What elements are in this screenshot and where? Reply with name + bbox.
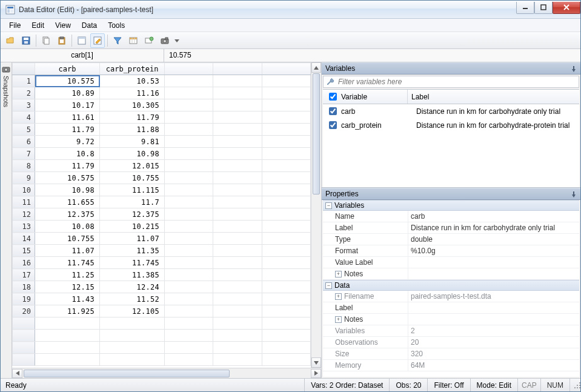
cell-empty[interactable]: [100, 317, 165, 330]
cell[interactable]: 11.25: [35, 269, 100, 281]
variable-row[interactable]: carb Distance run in km for carbohydrate…: [323, 104, 579, 118]
prop-name-value[interactable]: carb: [408, 211, 579, 222]
cell-empty[interactable]: [262, 184, 310, 196]
variables-manager-icon[interactable]: [126, 33, 141, 48]
cell[interactable]: 10.53: [100, 75, 165, 87]
row-header[interactable]: 15: [13, 245, 35, 257]
cell-empty[interactable]: [213, 172, 262, 184]
table-row[interactable]: 69.729.81: [13, 136, 311, 148]
cell-empty[interactable]: [213, 245, 262, 257]
table-row[interactable]: 411.6111.79: [13, 111, 311, 124]
table-row[interactable]: 1511.0711.35: [13, 245, 311, 257]
cell-empty[interactable]: [165, 354, 213, 366]
cell[interactable]: 11.655: [35, 196, 100, 208]
cell-empty[interactable]: [262, 293, 310, 305]
minimize-button[interactable]: [516, 2, 534, 14]
prop-var-notes[interactable]: +Notes: [323, 268, 408, 279]
table-row[interactable]: 310.1710.305: [13, 99, 311, 111]
table-row-empty[interactable]: [13, 354, 311, 366]
expand-icon[interactable]: +: [335, 316, 342, 323]
cell-empty[interactable]: [262, 233, 310, 245]
table-row[interactable]: 511.7911.88: [13, 124, 311, 136]
table-row[interactable]: 110.57510.53: [13, 75, 311, 87]
row-header[interactable]: 1: [13, 75, 35, 87]
cell-empty[interactable]: [262, 196, 310, 208]
cell[interactable]: 10.17: [35, 99, 100, 111]
table-row[interactable]: 1611.74511.745: [13, 257, 311, 269]
row-header[interactable]: [13, 354, 35, 366]
value-labels-icon[interactable]: [142, 33, 156, 48]
snapshot-camera-icon[interactable]: [158, 33, 172, 48]
row-header[interactable]: 10: [13, 184, 35, 196]
toolbar-overflow-icon[interactable]: [173, 33, 181, 48]
close-button[interactable]: [553, 2, 580, 14]
cell-empty[interactable]: [262, 160, 310, 172]
table-row[interactable]: 1310.0810.215: [13, 221, 311, 233]
cell[interactable]: 11.61: [35, 111, 100, 124]
col-header-carb[interactable]: carb: [35, 63, 100, 75]
scroll-thumb[interactable]: [24, 370, 230, 377]
cell-empty[interactable]: [165, 124, 213, 136]
select-all-checkbox[interactable]: [329, 93, 337, 101]
cell-empty[interactable]: [213, 184, 262, 196]
variables-filter[interactable]: [323, 76, 579, 88]
cell[interactable]: 11.925: [35, 305, 100, 317]
cell-empty[interactable]: [262, 136, 310, 148]
cell-empty[interactable]: [262, 99, 310, 111]
cell-empty[interactable]: [213, 342, 262, 354]
cell-empty[interactable]: [262, 124, 310, 136]
variables-panel-title[interactable]: Variables: [322, 62, 580, 75]
prop-valuelabel-value[interactable]: [408, 257, 579, 268]
cell-empty[interactable]: [165, 184, 213, 196]
cell[interactable]: 11.745: [100, 257, 165, 269]
cell-empty[interactable]: [165, 281, 213, 293]
status-vars[interactable]: Vars: 2 Order: Dataset: [304, 379, 389, 391]
cell[interactable]: 12.24: [100, 281, 165, 293]
collapse-icon[interactable]: −: [325, 282, 332, 289]
row-header[interactable]: 13: [13, 221, 35, 233]
table-row[interactable]: 1812.1512.24: [13, 281, 311, 293]
cell[interactable]: 10.575: [35, 75, 100, 87]
cell-empty[interactable]: [262, 208, 310, 221]
cell[interactable]: 11.79: [35, 124, 100, 136]
cell-empty[interactable]: [35, 317, 100, 330]
variables-list[interactable]: carb Distance run in km for carbohydrate…: [323, 104, 579, 187]
row-header[interactable]: 3: [13, 99, 35, 111]
col-header-empty[interactable]: [213, 63, 262, 75]
col-header-carb-protein[interactable]: carb_protein: [100, 63, 165, 75]
col-header-empty[interactable]: [262, 63, 310, 75]
row-header[interactable]: 20: [13, 305, 35, 317]
cell-empty[interactable]: [165, 233, 213, 245]
row-header[interactable]: 6: [13, 136, 35, 148]
cell-empty[interactable]: [262, 148, 310, 160]
cell[interactable]: 10.08: [35, 221, 100, 233]
table-row-empty[interactable]: [13, 317, 311, 330]
cell-empty[interactable]: [262, 172, 310, 184]
cell-empty[interactable]: [165, 330, 213, 342]
props-group-variables[interactable]: − Variables: [323, 200, 579, 211]
row-header[interactable]: [13, 330, 35, 342]
cell-empty[interactable]: [213, 293, 262, 305]
cell-empty[interactable]: [165, 196, 213, 208]
prop-type-value[interactable]: double: [408, 234, 579, 245]
prop-data-label-value[interactable]: [408, 302, 579, 313]
cell[interactable]: 11.115: [100, 184, 165, 196]
row-header[interactable]: 18: [13, 281, 35, 293]
properties-panel-title[interactable]: Properties: [322, 188, 580, 200]
cell-empty[interactable]: [35, 330, 100, 342]
status-filter[interactable]: Filter: Off: [427, 379, 470, 391]
cell[interactable]: 11.745: [35, 257, 100, 269]
variable-checkbox[interactable]: [329, 121, 337, 129]
cell[interactable]: 11.385: [100, 269, 165, 281]
pin-icon[interactable]: [571, 191, 577, 197]
scroll-right-icon[interactable]: [311, 369, 321, 378]
cell-empty[interactable]: [213, 87, 262, 99]
cell[interactable]: 11.79: [100, 111, 165, 124]
cell[interactable]: 11.16: [100, 87, 165, 99]
cell-empty[interactable]: [262, 354, 310, 366]
table-row[interactable]: 811.7912.015: [13, 160, 311, 172]
cell-empty[interactable]: [165, 293, 213, 305]
cell[interactable]: 12.15: [35, 281, 100, 293]
cell-empty[interactable]: [165, 305, 213, 317]
cell-empty[interactable]: [213, 269, 262, 281]
